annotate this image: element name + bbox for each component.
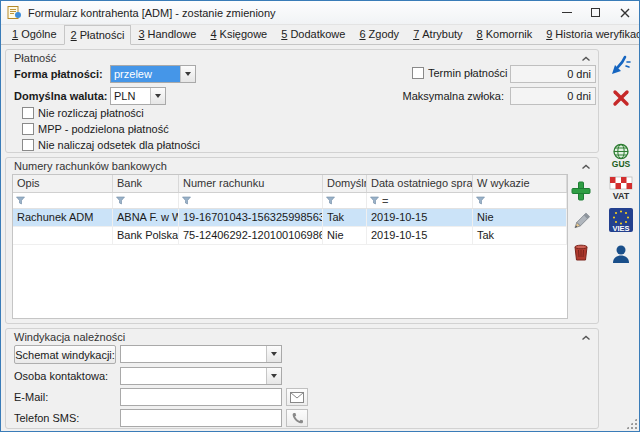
chevron-up-icon [581, 163, 591, 171]
checkbox-icon[interactable] [412, 67, 424, 79]
termin-platnosci-checkbox[interactable]: Termin płatności [412, 67, 507, 79]
termin-platnosci-field[interactable]: 0 dni [510, 65, 596, 83]
dropdown-button[interactable] [180, 66, 195, 82]
column-header-opis[interactable]: Opis [13, 175, 113, 192]
cancel-x-icon [611, 88, 631, 108]
envelope-icon [290, 392, 304, 403]
dropdown-button[interactable] [150, 88, 165, 104]
svg-text:VIES: VIES [612, 224, 629, 233]
cell-numer: 19-16701043-1563259985632258 [179, 209, 323, 226]
tab-zgody[interactable]: 6Zgody [352, 24, 406, 44]
pencil-icon [570, 210, 592, 232]
tabbar: 1Ogólne 2Płatności 3Handlowe 4Księgowe 5… [1, 26, 639, 45]
save-button[interactable] [605, 51, 637, 81]
svg-text:VAT: VAT [613, 191, 630, 201]
osoba-kontaktowa-combo[interactable] [120, 367, 282, 385]
maximize-icon [591, 8, 600, 17]
filter-cell-data[interactable]: = [367, 193, 473, 208]
filter-cell-numer[interactable] [179, 193, 323, 208]
maximize-button[interactable] [581, 1, 610, 24]
telefon-sms-input[interactable] [120, 409, 282, 427]
minimize-button[interactable] [552, 1, 581, 24]
send-email-button[interactable] [286, 388, 308, 406]
schemat-windykacji-combo[interactable] [120, 345, 282, 363]
table-row[interactable]: Rachunek ADM ABNA F. w Wars... 19-167010… [13, 209, 567, 227]
chevron-down-icon [155, 94, 161, 98]
chevron-up-icon [581, 55, 591, 63]
app-icon [7, 5, 22, 20]
checkbox-icon[interactable] [22, 139, 34, 151]
bank-accounts-group: Numery rachunków bankowych Opis Bank Num… [5, 157, 599, 324]
collapse-payment-button[interactable] [578, 52, 593, 65]
gus-globe-icon: GUS [607, 142, 635, 170]
maksymalna-zwloka-field[interactable]: 0 dni [510, 87, 596, 105]
resize-grip[interactable] [626, 418, 637, 429]
bank-accounts-table[interactable]: Opis Bank Numer rachunku Domyślny Data o… [12, 174, 568, 319]
filter-cell-wykazie[interactable] [473, 193, 567, 208]
forma-platnosci-combo[interactable]: przelew [110, 65, 196, 83]
vat-button[interactable]: VAT [605, 173, 637, 203]
collapse-windykacja-button[interactable] [578, 331, 593, 344]
send-sms-button[interactable] [286, 409, 308, 427]
close-button[interactable] [610, 1, 639, 24]
table-filter-row: = [13, 193, 567, 209]
nie-rozliczaj-checkbox[interactable]: Nie rozliczaj płatności [22, 107, 144, 119]
tab-platnosci[interactable]: 2Płatności [64, 25, 132, 45]
dropdown-button[interactable] [266, 368, 281, 384]
forma-platnosci-label: Forma płatności: [14, 68, 103, 80]
nie-naliczaj-odsetek-checkbox[interactable]: Nie naliczaj odsetek dla płatności [22, 139, 200, 151]
mpp-checkbox[interactable]: MPP - podzielona płatność [22, 123, 169, 135]
payment-group: Płatność Forma płatności: przelew Termin… [5, 49, 599, 153]
checkbox-label: Nie naliczaj odsetek dla płatności [38, 139, 200, 151]
edit-account-button[interactable] [567, 207, 595, 235]
cancel-button[interactable] [605, 83, 637, 113]
maksymalna-zwloka-label: Maksymalna zwłoka: [346, 90, 504, 102]
tab-handlowe[interactable]: 3Handlowe [131, 24, 203, 44]
filter-cell-bank[interactable] [113, 193, 179, 208]
tab-dodatkowe[interactable]: 5Dodatkowe [274, 24, 352, 44]
checkbox-label: Nie rozliczaj płatności [38, 107, 144, 119]
minimize-icon [562, 12, 572, 13]
email-input[interactable] [120, 388, 282, 406]
table-header-row: Opis Bank Numer rachunku Domyślny Data o… [13, 175, 567, 193]
filter-cell-opis[interactable] [13, 193, 113, 208]
gus-button[interactable]: GUS [605, 141, 637, 171]
payment-group-title: Płatność [14, 52, 56, 64]
filter-icon [16, 196, 25, 205]
checkbox-icon[interactable] [22, 107, 34, 119]
column-header-domyslny[interactable]: Domyślny [323, 175, 367, 192]
column-header-bank[interactable]: Bank [113, 175, 179, 192]
filter-icon [370, 196, 379, 205]
schemat-windykacji-button[interactable]: Schemat windykacji: [14, 345, 116, 364]
osoba-kontaktowa-label: Osoba kontaktowa: [14, 370, 108, 382]
tab-atrybuty[interactable]: 7Atrybuty [406, 24, 469, 44]
dropdown-button[interactable] [266, 346, 281, 362]
chevron-up-icon [581, 334, 591, 342]
forma-platnosci-value: przelew [111, 66, 180, 82]
filter-icon [326, 196, 335, 205]
collapse-accounts-button[interactable] [578, 160, 593, 173]
vies-eu-flag-icon: VIES [607, 206, 635, 234]
filter-icon [116, 196, 125, 205]
filter-operator: = [382, 195, 388, 207]
contact-button[interactable] [605, 239, 637, 269]
tab-historia-vat-vies[interactable]: 9Historia weryfikacji statusu VAT/VIES [539, 24, 640, 44]
domyslna-waluta-label: Domyślna waluta: [14, 90, 108, 102]
tab-ogolne[interactable]: 1Ogólne [5, 24, 64, 44]
windykacja-group-title: Windykacja należności [14, 331, 125, 343]
tab-ksiegowe[interactable]: 4Księgowe [203, 24, 274, 44]
add-account-button[interactable] [567, 177, 595, 205]
domyslna-waluta-value: PLN [111, 88, 150, 104]
domyslna-waluta-combo[interactable]: PLN [110, 87, 166, 105]
vies-button[interactable]: VIES [605, 205, 637, 235]
column-header-numer[interactable]: Numer rachunku [179, 175, 323, 192]
filter-icon [182, 196, 191, 205]
tab-komornik[interactable]: 8Komornik [470, 24, 540, 44]
column-header-data[interactable]: Data ostatniego sprawdzenia [367, 175, 473, 192]
filter-cell-domyslny[interactable] [323, 193, 367, 208]
table-row[interactable]: Bank Polska Kasa... 75-12406292-12010010… [13, 227, 567, 245]
checkbox-icon[interactable] [22, 123, 34, 135]
delete-account-button[interactable] [567, 237, 595, 265]
column-header-wykazie[interactable]: W wykazie [473, 175, 567, 192]
svg-text:GUS: GUS [612, 159, 631, 169]
